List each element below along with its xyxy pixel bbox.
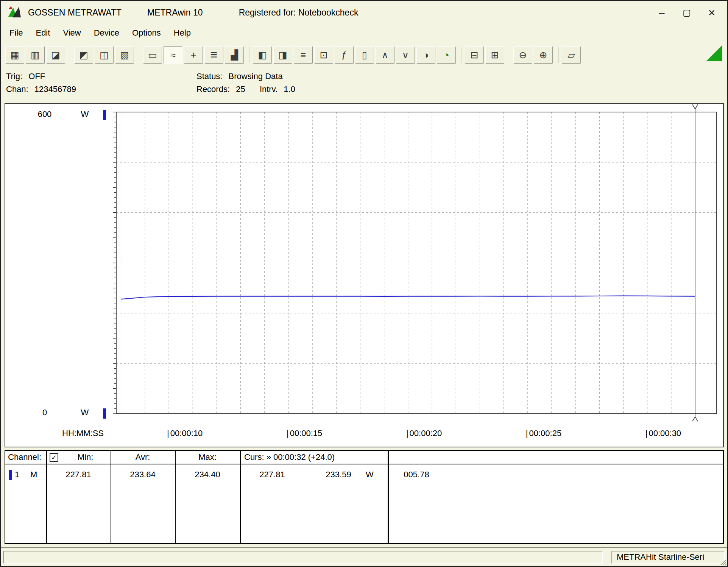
title-product-name: METRAwin 10 (147, 8, 203, 18)
crosshair-cursor-button[interactable]: + (184, 46, 203, 64)
row-min-value: 227.81 (46, 470, 111, 480)
status-label: Status: (196, 72, 222, 81)
open-icon: ◪ (51, 50, 60, 60)
open-button[interactable]: ◪ (46, 46, 65, 64)
zoom-in-icon: ⊕ (539, 50, 547, 60)
numeric-display-icon: ▭ (148, 50, 157, 60)
zoom-out-icon: ⊖ (519, 50, 527, 60)
print-icon: ⊟ (471, 50, 479, 60)
table-divider-thick (240, 451, 241, 543)
menu-device[interactable]: Device (87, 28, 126, 38)
zoom-in-button[interactable]: ⊕ (534, 46, 553, 64)
save-icon: ▦ (10, 50, 19, 60)
envelope-upper-button[interactable]: ∧ (376, 46, 394, 64)
channel-value: 123456789 (34, 84, 76, 94)
trigger-label: Trig: (6, 72, 22, 81)
table-divider (46, 451, 47, 543)
measurement-table: Channel: ✓ Min: Avr: Max: Curs: » 00:00:… (5, 450, 724, 544)
title-bar: GOSSEN METRAWATT METRAwin 10 Registered … (1, 1, 727, 24)
menu-options[interactable]: Options (126, 28, 167, 38)
transfer-data-button[interactable]: ◨ (273, 46, 292, 64)
monitor-view-button[interactable]: ⊡ (314, 46, 333, 64)
x-tick-label: |00:00:15 (287, 428, 322, 438)
cursor-handle-top (692, 104, 698, 112)
formula-button[interactable]: ƒ (335, 46, 354, 64)
toolbar-separator (136, 47, 140, 63)
save-button[interactable]: ▦ (5, 46, 24, 64)
status-bar: METRAHit Starline-Seri (1, 547, 727, 566)
meter-display-button[interactable]: ▯ (355, 46, 374, 64)
save-as-button[interactable]: ▥ (26, 46, 45, 64)
envelope-upper-icon: ∧ (382, 50, 388, 60)
app-window: GOSSEN METRAWATT METRAwin 10 Registered … (0, 0, 728, 567)
interval-label: Intrv. (260, 84, 277, 94)
close-icon: × (708, 6, 716, 20)
transfer-settings-icon: ◧ (258, 50, 267, 60)
menu-bar: File Edit View Device Options Help (3, 24, 727, 42)
chart-svg (5, 104, 723, 447)
zoom-out-button[interactable]: ⊖ (513, 46, 532, 64)
records-label: Records: (196, 84, 230, 94)
cursor-handle-bottom (692, 414, 698, 421)
row-cursor-start-value: 227.81 (240, 470, 304, 480)
resize-grip[interactable] (718, 557, 726, 565)
menu-help[interactable]: Help (167, 28, 197, 38)
envelope-lower-button[interactable]: ∨ (396, 46, 415, 64)
export-display-button[interactable]: ◩ (74, 46, 93, 64)
percent-icon: ◑ (423, 50, 429, 60)
header-avr: Avr: (111, 452, 175, 462)
table-view-icon: ≣ (210, 50, 218, 60)
close-button[interactable]: × (699, 1, 724, 24)
sequence-icon: ≡ (301, 50, 306, 60)
export-data-button[interactable]: ◫ (95, 46, 114, 64)
row-channel-number: 1 (15, 470, 19, 480)
window-controls: – ▢ × (649, 1, 724, 24)
row-delta-value: 005.78 (390, 470, 443, 480)
toolbar-separator (458, 47, 462, 63)
chart-panel: 600 W 0 W HH:MM:SS |00:00:10|00:00:15|00… (5, 103, 724, 447)
transfer-settings-button[interactable]: ◧ (253, 46, 272, 64)
toolbar-corner-indicator (706, 45, 722, 61)
chart-plot-area[interactable] (5, 104, 723, 447)
channel-visible-checkbox[interactable]: ✓ (50, 453, 58, 462)
sequence-button[interactable]: ≡ (294, 46, 313, 64)
menu-file[interactable]: File (3, 28, 29, 38)
annotation-button[interactable]: ▱ (562, 46, 581, 64)
row-cursor-unit: W (366, 470, 374, 480)
info-bar: Trig: OFF Chan: 123456789 Status: Browsi… (1, 70, 727, 101)
interval-value: 1.0 (284, 84, 295, 94)
print-button[interactable]: ⊟ (465, 46, 484, 64)
title-registered-text: Registered for: Notebookcheck (239, 8, 359, 18)
header-min: Min: (60, 452, 111, 462)
header-max: Max: (175, 452, 240, 462)
status-message-area (3, 551, 603, 564)
row-max-value: 234.40 (175, 470, 240, 480)
maximize-button[interactable]: ▢ (674, 1, 699, 24)
maximize-icon: ▢ (683, 8, 691, 18)
minimize-button[interactable]: – (649, 1, 674, 24)
percent-button[interactable]: ◑ (416, 46, 435, 64)
menu-view[interactable]: View (56, 28, 87, 38)
status-value: Browsing Data (229, 72, 283, 81)
crosshair-cursor-icon: + (191, 50, 196, 60)
yt-chart-icon: ≈ (170, 50, 176, 60)
export-meter-icon: ▧ (120, 50, 129, 60)
records-value: 25 (236, 84, 245, 94)
toolbar-separator (506, 47, 510, 63)
table-view-button[interactable]: ≣ (204, 46, 223, 64)
annotation-icon: ▱ (567, 50, 575, 60)
export-meter-button[interactable]: ▧ (115, 46, 134, 64)
header-channel: Channel: (8, 452, 41, 462)
save-as-icon: ▥ (31, 50, 40, 60)
toolbar-separator (246, 47, 250, 63)
print-report-button[interactable]: ⊞ (485, 46, 504, 64)
timer-button[interactable]: ◔ (437, 46, 456, 64)
bar-graph-button[interactable]: ▟ (225, 46, 244, 64)
numeric-display-button[interactable]: ▭ (143, 46, 162, 64)
formula-icon: ƒ (341, 50, 347, 60)
row-avr-value: 233.64 (111, 470, 175, 480)
yt-chart-button[interactable]: ≈ (164, 46, 182, 64)
toolbar-separator (555, 47, 559, 63)
title-app-name: GOSSEN METRAWATT (28, 8, 122, 18)
menu-edit[interactable]: Edit (29, 28, 56, 38)
